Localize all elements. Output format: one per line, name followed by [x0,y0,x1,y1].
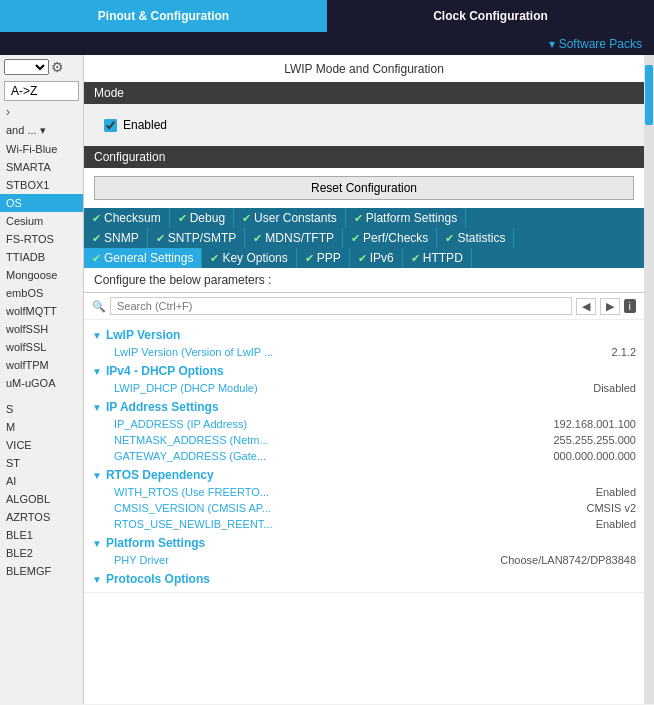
sidebar-item-cesium[interactable]: Cesium [0,212,83,230]
a-z-button[interactable]: A->Z [4,81,79,101]
tree-section-protocols-header[interactable]: ▼ Protocols Options [84,570,644,588]
tree-item-rtos-newlib[interactable]: RTOS_USE_NEWLIB_REENT... Enabled [84,516,644,532]
search-input[interactable] [110,297,572,315]
tab-mdns-tftp-label: MDNS/TFTP [265,231,334,245]
tab-user-constants-label: User Constants [254,211,337,225]
sidebar-item-wolfssl[interactable]: wolfSSL [0,338,83,356]
tab-platform-settings[interactable]: ✔ Platform Settings [346,208,466,228]
debug-check-icon: ✔ [178,212,187,225]
tab-perf-checks[interactable]: ✔ Perf/Checks [343,228,437,248]
tab-key-options[interactable]: ✔ Key Options [202,248,296,268]
tab-ppp[interactable]: ✔ PPP [297,248,350,268]
tree-item-ip-address[interactable]: IP_ADDRESS (IP Address) 192.168.001.100 [84,416,644,432]
sidebar-item-wolftpm[interactable]: wolfTPM [0,356,83,374]
tree-section-platform-header[interactable]: ▼ Platform Settings [84,534,644,552]
sidebar-item-wifi[interactable]: Wi-Fi-Blue [0,140,83,158]
rtos-newlib-name: RTOS_USE_NEWLIB_REENT... [114,518,596,530]
enabled-label: Enabled [123,118,167,132]
lwip-version-section-label: LwlP Version [106,328,180,342]
tab-platform-settings-label: Platform Settings [366,211,457,225]
tree-section-ipv4-dhcp-header[interactable]: ▼ IPv4 - DHCP Options [84,362,644,380]
scrollbar-thumb[interactable] [645,65,653,125]
sidebar-item-wolfssh[interactable]: wolfSSH [0,320,83,338]
lwip-version-value: 2.1.2 [612,346,636,358]
software-packs-bar[interactable]: ▾ Software Packs [0,32,654,55]
tab-statistics[interactable]: ✔ Statistics [437,228,514,248]
tab-checksum[interactable]: ✔ Checksum [84,208,170,228]
search-row: 🔍 ◀ ▶ i [84,293,644,320]
sidebar-item-umugoa[interactable]: uM-uGOA [0,374,83,392]
sidebar-item-fs-rtos[interactable]: FS-RTOS [0,230,83,248]
sidebar-item-algobl[interactable]: ALGOBL [0,490,83,508]
tree-section-rtos-header[interactable]: ▼ RTOS Dependency [84,466,644,484]
lwip-title-text: LWIP Mode and Configuration [284,62,444,76]
sidebar-item-ai[interactable]: AI [0,472,83,490]
tree-section-lwip-version-header[interactable]: ▼ LwlP Version [84,326,644,344]
sidebar-arrow-right[interactable]: › [0,103,83,121]
protocols-arrow: ▼ [92,574,102,585]
tab-debug-label: Debug [190,211,225,225]
ip-address-value: 192.168.001.100 [553,418,636,430]
sidebar-item-ble2[interactable]: BLE2 [0,544,83,562]
clock-tab[interactable]: Clock Configuration [327,0,654,32]
tree-section-ip-address-header[interactable]: ▼ IP Address Settings [84,398,644,416]
tree-item-lwip-dhcp[interactable]: LWIP_DHCP (DHCP Module) Disabled [84,380,644,396]
nav-prev-button[interactable]: ◀ [576,298,596,315]
sidebar-item-s[interactable]: S [0,400,83,418]
pinout-tab[interactable]: Pinout & Configuration [0,0,327,32]
tab-user-constants[interactable]: ✔ User Constants [234,208,346,228]
nav-next-button[interactable]: ▶ [600,298,620,315]
reset-config-button[interactable]: Reset Configuration [94,176,634,200]
scrollbar[interactable] [644,55,654,704]
tree-item-phy-driver[interactable]: PHY Driver Choose/LAN8742/DP83848 [84,552,644,568]
tab-ipv6-label: IPv6 [370,251,394,265]
tree-section-ip-address: ▼ IP Address Settings IP_ADDRESS (IP Add… [84,398,644,464]
sidebar-item-embos[interactable]: embOS [0,284,83,302]
clock-tab-label: Clock Configuration [433,9,548,23]
sidebar-item-mongoose[interactable]: Mongoose [0,266,83,284]
lwip-dhcp-name: LWIP_DHCP (DHCP Module) [114,382,593,394]
ppp-check-icon: ✔ [305,252,314,265]
tab-sntp-smtp[interactable]: ✔ SNTP/SMTP [148,228,246,248]
gear-icon[interactable]: ⚙ [51,59,64,75]
sidebar-item-st[interactable]: ST [0,454,83,472]
tab-general-settings[interactable]: ✔ General Settings [84,248,202,268]
netmask-name: NETMASK_ADDRESS (Netm... [114,434,553,446]
sidebar-item-and[interactable]: and ... ▾ [0,121,83,140]
tab-ppp-label: PPP [317,251,341,265]
sidebar-item-wolfmqtt[interactable]: wolfMQTT [0,302,83,320]
phy-driver-value: Choose/LAN8742/DP83848 [500,554,636,566]
ipv4-dhcp-section-label: IPv4 - DHCP Options [106,364,224,378]
tab-httpd[interactable]: ✔ HTTPD [403,248,472,268]
sidebar-item-os[interactable]: OS [0,194,83,212]
sidebar-item-ble1[interactable]: BLE1 [0,526,83,544]
sidebar-item-m[interactable]: M [0,418,83,436]
lwip-version-arrow: ▼ [92,330,102,341]
platform-section-label: Platform Settings [106,536,205,550]
search-icon: 🔍 [92,300,106,313]
tree-item-netmask[interactable]: NETMASK_ADDRESS (Netm... 255.255.255.000 [84,432,644,448]
info-button[interactable]: i [624,299,636,313]
tree-item-lwip-version[interactable]: LwIP Version (Version of LwIP ... 2.1.2 [84,344,644,360]
enabled-checkbox[interactable] [104,119,117,132]
sidebar-item-blemgf[interactable]: BLEMGF [0,562,83,580]
tab-mdns-tftp[interactable]: ✔ MDNS/TFTP [245,228,343,248]
snmp-check-icon: ✔ [92,232,101,245]
sidebar-item-azrtos[interactable]: AZRTOS [0,508,83,526]
tree-item-gateway[interactable]: GATEWAY_ADDRESS (Gate... 000.000.000.000 [84,448,644,464]
perf-check-icon: ✔ [351,232,360,245]
sidebar-item-smarta[interactable]: SMARTA [0,158,83,176]
checksum-check-icon: ✔ [92,212,101,225]
tree-item-with-rtos[interactable]: WITH_RTOS (Use FREERTO... Enabled [84,484,644,500]
sidebar-item-vice[interactable]: VICE [0,436,83,454]
mode-section: Enabled [84,104,644,146]
tree-item-cmsis-version[interactable]: CMSIS_VERSION (CMSIS AP... CMSIS v2 [84,500,644,516]
sidebar-dropdown[interactable] [4,59,49,75]
right-panel: LWIP Mode and Configuration Mode Enabled… [84,55,644,704]
tree-section-protocols: ▼ Protocols Options [84,570,644,588]
tab-snmp[interactable]: ✔ SNMP [84,228,148,248]
sidebar-item-ttiadb[interactable]: TTIADB [0,248,83,266]
sidebar-item-stbox1[interactable]: STBOX1 [0,176,83,194]
tab-ipv6[interactable]: ✔ IPv6 [350,248,403,268]
tab-debug[interactable]: ✔ Debug [170,208,234,228]
